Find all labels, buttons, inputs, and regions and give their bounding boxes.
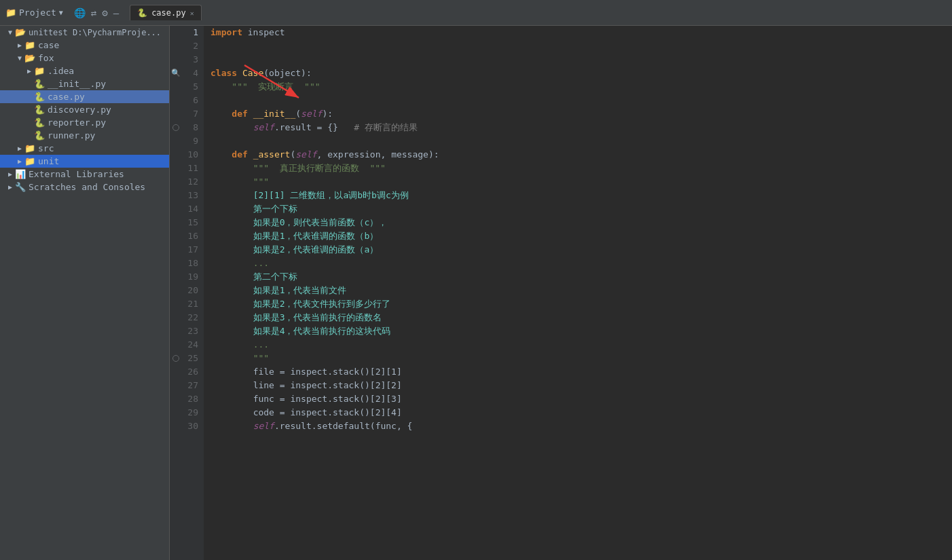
- sidebar-label-idea: .idea: [48, 66, 74, 76]
- arrow-src: ▶: [15, 145, 24, 152]
- sidebar-item-scratches[interactable]: ▶ 🔧 Scratches and Consoles: [0, 181, 169, 193]
- paren1: (: [263, 67, 269, 80]
- gutter-search-icon: 🔍: [171, 67, 181, 80]
- indent-13: [210, 189, 253, 202]
- code-line-26: file = inspect.stack()[2][1]: [204, 365, 952, 379]
- sidebar-item-init[interactable]: ▶ 🐍 __init__.py: [0, 77, 169, 90]
- code-line-6: [204, 94, 952, 107]
- code-line-17: 如果是2，代表谁调的函数（a）: [204, 243, 952, 257]
- arrow-unit: ▶: [15, 157, 24, 165]
- sidebar-label-external: External Libraries: [29, 169, 124, 179]
- line-num-4: 🔍 4: [170, 67, 204, 80]
- self-10: self: [295, 148, 316, 162]
- settings-icon[interactable]: ⚙: [102, 7, 107, 18]
- fn-init: __init__: [253, 107, 296, 121]
- sidebar-item-unittest[interactable]: ▼ 📂 unittest D:\PycharmProje...: [0, 26, 169, 39]
- line-num-27: 27: [170, 379, 204, 392]
- code-area[interactable]: import inspect class Case(object): """ 实…: [204, 26, 952, 560]
- sidebar: ▼ 📂 unittest D:\PycharmProje... ▶ 📁 case…: [0, 26, 170, 560]
- indent-27: [210, 379, 253, 392]
- folder-icon-unit: 📁: [24, 156, 35, 166]
- comment-22: 如果是3，代表当前执行的函数名: [253, 311, 382, 324]
- code-line-16: 如果是1，代表谁调的函数（b）: [204, 229, 952, 243]
- sidebar-item-fox[interactable]: ▼ 📂 fox: [0, 52, 169, 64]
- project-title[interactable]: 📁 Project ▼: [5, 7, 63, 18]
- code-29: code = inspect.stack()[2][4]: [253, 406, 402, 419]
- builtin-object: object: [269, 67, 301, 80]
- sidebar-item-src[interactable]: ▶ 📁 src: [0, 142, 169, 155]
- tab-bar: 🐍 case.py ✕: [130, 5, 202, 20]
- code-line-13: [2][1] 二维数组，以a调b时b调c为例: [204, 189, 952, 202]
- comment-17: 如果是2，代表谁调的函数（a）: [253, 243, 379, 257]
- indent-15: [210, 216, 253, 229]
- tab-close-icon[interactable]: ✕: [190, 10, 194, 17]
- breakpoint-25: [172, 355, 179, 362]
- sidebar-item-discovery[interactable]: ▶ 🐍 discovery.py: [0, 103, 169, 116]
- self-30: self: [253, 419, 274, 433]
- code-26: file = inspect.stack()[2][1]: [253, 365, 402, 379]
- line-num-30: 30: [170, 419, 204, 433]
- sidebar-label-scratches: Scratches and Consoles: [29, 182, 145, 192]
- indent-20: [210, 284, 253, 297]
- docstr-12: """: [253, 175, 269, 189]
- self-7: self: [301, 107, 322, 121]
- folder-icon-case: 📁: [24, 40, 35, 50]
- code-line-20: 如果是1，代表当前文件: [204, 284, 952, 297]
- code-line-1: import inspect: [204, 26, 952, 39]
- py-icon-case: 🐍: [34, 92, 45, 102]
- line-num-2: 2: [170, 39, 204, 53]
- folder-icon-idea: 📁: [34, 66, 45, 76]
- line-num-15: 15: [170, 216, 204, 229]
- sidebar-item-case[interactable]: ▶ 📁 case: [0, 39, 169, 52]
- sidebar-item-external[interactable]: ▶ 📊 External Libraries: [0, 168, 169, 181]
- line-numbers: 1 2 3 🔍 4 5 6 7 8 9 10 11 12 13 14 15 16…: [170, 26, 204, 560]
- code-line-3: [204, 53, 952, 67]
- code-line-28: func = inspect.stack()[2][3]: [204, 392, 952, 406]
- indent-14: [210, 202, 253, 216]
- sidebar-label-init: __init__.py: [48, 79, 106, 89]
- sidebar-item-unit[interactable]: ▶ 📁 unit: [0, 155, 169, 168]
- code-line-9: [204, 134, 952, 148]
- sidebar-item-runner[interactable]: ▶ 🐍 runner.py: [0, 129, 169, 142]
- tab-case-py[interactable]: 🐍 case.py ✕: [130, 5, 202, 20]
- split-icon[interactable]: ⇄: [91, 7, 96, 18]
- globe-icon[interactable]: 🌐: [74, 7, 86, 18]
- indent-5: [210, 80, 232, 94]
- indent-24: [210, 338, 253, 352]
- comment-19: 第二个下标: [253, 270, 297, 284]
- mod-inspect: inspect: [242, 26, 285, 39]
- sidebar-item-reporter[interactable]: ▶ 🐍 reporter.py: [0, 116, 169, 129]
- sidebar-item-case-py[interactable]: ▶ 🐍 case.py: [0, 90, 169, 103]
- dropdown-icon: ▼: [59, 9, 63, 16]
- line-num-3: 3: [170, 53, 204, 67]
- sidebar-label-fox: fox: [38, 53, 54, 63]
- sidebar-label-discovery: discovery.py: [48, 105, 111, 115]
- docstring-5: """ 实现断言 """: [232, 80, 320, 94]
- indent-12: [210, 175, 253, 189]
- indent-29: [210, 406, 253, 419]
- arrow-unittest: ▼: [5, 29, 15, 36]
- main-content: ▼ 📂 unittest D:\PycharmProje... ▶ 📁 case…: [0, 26, 952, 560]
- minimize-icon[interactable]: —: [113, 7, 119, 18]
- sidebar-label-case-py: case.py: [48, 92, 85, 102]
- sidebar-label-unit: unit: [38, 156, 59, 166]
- indent-10: [210, 148, 232, 162]
- line-num-16: 16: [170, 229, 204, 243]
- indent-16: [210, 229, 253, 243]
- folder-open-icon-fox: 📂: [24, 53, 35, 63]
- code-line-2: [204, 39, 952, 53]
- sp1: [237, 67, 242, 80]
- line-num-6: 6: [170, 94, 204, 107]
- line-num-10: 10: [170, 148, 204, 162]
- arrow-fox: ▼: [15, 54, 24, 62]
- fn-assert: _assert: [253, 148, 291, 162]
- comment-15: 如果是0，则代表当前函数（c），: [253, 216, 388, 229]
- sidebar-label-case: case: [38, 40, 59, 50]
- sidebar-item-idea[interactable]: ▶ 📁 .idea: [0, 64, 169, 77]
- cls-case: Case: [242, 67, 263, 80]
- line-num-26: 26: [170, 365, 204, 379]
- comment-16: 如果是1，代表谁调的函数（b）: [253, 229, 379, 243]
- line-num-22: 22: [170, 311, 204, 324]
- paren-7a: (: [295, 107, 301, 121]
- code-line-5: """ 实现断言 """: [204, 80, 952, 94]
